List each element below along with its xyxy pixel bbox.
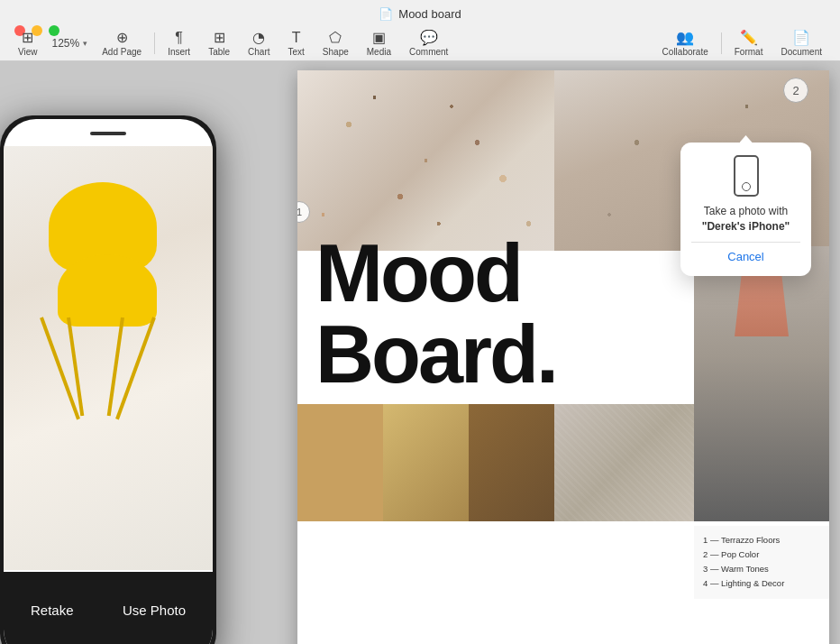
media-icon: ▣ bbox=[372, 31, 386, 45]
insert-label: Insert bbox=[168, 47, 190, 57]
titlebar: 📄 Mood board ⊞ View 125% ▾ ⊕ Add Page ¶ … bbox=[0, 0, 840, 61]
popup-message: Take a photo with "Derek's iPhone" bbox=[702, 204, 790, 235]
pages-icon: 📄 bbox=[379, 7, 393, 21]
comment-icon: 💬 bbox=[420, 31, 438, 45]
collaborate-label: Collaborate bbox=[662, 47, 708, 57]
chart-label: Chart bbox=[248, 47, 269, 57]
toolbar-document[interactable]: 📄 Document bbox=[772, 26, 831, 60]
page-number-badge: 2 bbox=[783, 78, 808, 103]
toolbar-zoom[interactable]: 125% ▾ bbox=[47, 26, 94, 60]
retake-button[interactable]: Retake bbox=[31, 603, 74, 618]
toolbar-insert[interactable]: ¶ Insert bbox=[159, 26, 199, 60]
toolbar-format[interactable]: ✏️ Format bbox=[726, 26, 772, 60]
text-label: Text bbox=[288, 47, 305, 57]
view-label: View bbox=[18, 47, 38, 57]
label-item-1: 1 — Terrazzo Floors bbox=[703, 533, 820, 547]
insert-icon: ¶ bbox=[175, 31, 183, 45]
popup-divider bbox=[691, 242, 800, 243]
text-icon: T bbox=[292, 31, 301, 45]
table-icon: ⊞ bbox=[214, 31, 225, 45]
document-label: Document bbox=[781, 47, 822, 57]
comment-label: Comment bbox=[409, 47, 448, 57]
popup-phone-icon bbox=[734, 155, 759, 197]
add-page-icon: ⊕ bbox=[116, 31, 128, 45]
swatch-warm1 bbox=[297, 404, 383, 521]
toolbar-view[interactable]: ⊞ View bbox=[9, 26, 47, 60]
labels-area: 1 — Terrazzo Floors 2 — Pop Color 3 — Wa… bbox=[694, 526, 829, 599]
fuzzy-texture-image bbox=[554, 404, 694, 521]
iphone-speaker bbox=[90, 132, 126, 135]
toolbar-text[interactable]: T Text bbox=[279, 26, 314, 60]
toolbar-table[interactable]: ⊞ Table bbox=[199, 26, 239, 60]
popup-cancel-button[interactable]: Cancel bbox=[727, 250, 763, 263]
toolbar-add-page[interactable]: ⊕ Add Page bbox=[93, 26, 151, 60]
format-label: Format bbox=[735, 47, 763, 57]
toolbar: ⊞ View 125% ▾ ⊕ Add Page ¶ Insert ⊞ Tabl… bbox=[0, 26, 840, 60]
add-page-label: Add Page bbox=[102, 47, 142, 57]
label-item-3: 3 — Warm Tones bbox=[703, 562, 820, 576]
color-swatches bbox=[297, 404, 554, 521]
label-item-4: 4 — Lighting & Decor bbox=[703, 576, 820, 591]
toolbar-collaborate[interactable]: 👥 Collaborate bbox=[653, 26, 717, 60]
view-icon: ⊞ bbox=[22, 31, 33, 45]
toolbar-comment[interactable]: 💬 Comment bbox=[400, 26, 457, 60]
window-title: Mood board bbox=[398, 7, 461, 21]
window-title-area: 📄 Mood board bbox=[379, 0, 461, 27]
swatch-warm3 bbox=[469, 404, 554, 521]
toolbar-chart[interactable]: ◔ Chart bbox=[239, 26, 278, 60]
media-label: Media bbox=[367, 47, 391, 57]
swatch-warm2 bbox=[383, 404, 469, 521]
chair-seat bbox=[58, 254, 157, 327]
chair-photo bbox=[22, 182, 184, 525]
main-area: MoodBoard. 1 — Terrazzo Floors 2 — Pop C… bbox=[0, 61, 840, 644]
format-icon: ✏️ bbox=[740, 31, 758, 45]
shape-label: Shape bbox=[323, 47, 349, 57]
terrazzo-image bbox=[297, 70, 554, 251]
collaborate-icon: 👥 bbox=[676, 31, 694, 45]
shape-icon: ⬠ bbox=[329, 31, 342, 45]
label-item-2: 2 — Pop Color bbox=[703, 547, 820, 562]
zoom-arrow-icon: ▾ bbox=[83, 39, 87, 48]
iphone-device: Retake Use Photo bbox=[0, 115, 216, 644]
iphone-screen: Retake Use Photo bbox=[4, 119, 213, 644]
zoom-value: 125% bbox=[52, 37, 80, 50]
document-icon: 📄 bbox=[792, 31, 810, 45]
iphone-bottom-bar: Retake Use Photo bbox=[4, 572, 213, 644]
toolbar-separator-2 bbox=[721, 32, 722, 54]
chart-icon: ◔ bbox=[252, 31, 265, 45]
mood-board-title: MoodBoard. bbox=[315, 233, 556, 395]
lamp-image bbox=[694, 246, 829, 521]
iphone-photo-popup: Take a photo with "Derek's iPhone" Cance… bbox=[680, 143, 811, 276]
toolbar-media[interactable]: ▣ Media bbox=[358, 26, 400, 60]
toolbar-shape[interactable]: ⬠ Shape bbox=[314, 26, 358, 60]
use-photo-button[interactable]: Use Photo bbox=[123, 603, 186, 618]
toolbar-separator-1 bbox=[154, 32, 155, 54]
iphone-photo-area bbox=[4, 146, 213, 570]
table-label: Table bbox=[208, 47, 230, 57]
